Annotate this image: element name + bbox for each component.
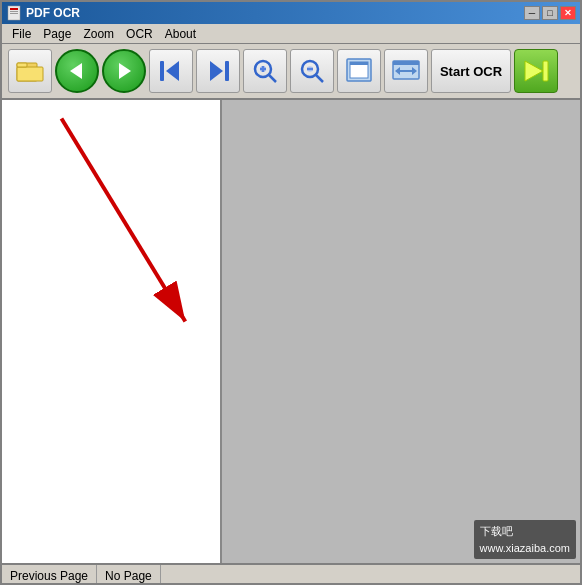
menu-file[interactable]: File bbox=[6, 25, 37, 43]
svg-marker-8 bbox=[166, 61, 179, 81]
svg-line-31 bbox=[61, 118, 185, 321]
main-content: 下载吧 www.xiazaiba.com bbox=[2, 100, 580, 563]
svg-rect-22 bbox=[350, 62, 368, 65]
status-bar: Previous Page No Page bbox=[2, 563, 580, 585]
start-ocr-label: Start OCR bbox=[440, 64, 502, 79]
next-page-button[interactable] bbox=[102, 49, 146, 93]
svg-point-19 bbox=[307, 66, 313, 72]
title-bar: PDF OCR ─ □ ✕ bbox=[2, 2, 580, 24]
maximize-button[interactable]: □ bbox=[542, 6, 558, 20]
svg-marker-10 bbox=[210, 61, 223, 81]
previous-page-status: Previous Page bbox=[2, 565, 97, 585]
menu-about[interactable]: About bbox=[159, 25, 202, 43]
window-title: PDF OCR bbox=[26, 6, 80, 20]
watermark: 下载吧 www.xiazaiba.com bbox=[474, 520, 576, 559]
svg-line-18 bbox=[316, 75, 323, 82]
fit-width-button[interactable] bbox=[384, 49, 428, 93]
ocr-result-panel: 下载吧 www.xiazaiba.com bbox=[222, 100, 580, 563]
svg-rect-29 bbox=[543, 61, 548, 81]
svg-rect-9 bbox=[225, 61, 229, 81]
menu-bar: File Page Zoom OCR About bbox=[2, 24, 580, 44]
first-page-button[interactable] bbox=[149, 49, 193, 93]
open-file-button[interactable] bbox=[8, 49, 52, 93]
minimize-button[interactable]: ─ bbox=[524, 6, 540, 20]
start-ocr-button[interactable]: Start OCR bbox=[431, 49, 511, 93]
svg-rect-6 bbox=[17, 63, 27, 67]
svg-rect-3 bbox=[10, 13, 18, 14]
menu-ocr[interactable]: OCR bbox=[120, 25, 159, 43]
svg-marker-28 bbox=[525, 61, 543, 81]
svg-rect-7 bbox=[160, 61, 164, 81]
title-bar-controls: ─ □ ✕ bbox=[524, 6, 576, 20]
fit-page-button[interactable] bbox=[337, 49, 381, 93]
menu-page[interactable]: Page bbox=[37, 25, 77, 43]
last-page-button[interactable] bbox=[196, 49, 240, 93]
no-page-status: No Page bbox=[97, 565, 161, 585]
next-arrow-button[interactable] bbox=[514, 49, 558, 93]
zoom-out-button[interactable] bbox=[290, 49, 334, 93]
watermark-line2: www.xiazaiba.com bbox=[480, 540, 570, 557]
svg-rect-1 bbox=[10, 8, 18, 10]
toolbar: Start OCR bbox=[2, 44, 580, 100]
svg-rect-2 bbox=[10, 11, 18, 12]
svg-line-14 bbox=[269, 75, 276, 82]
watermark-line1: 下载吧 bbox=[480, 523, 570, 540]
svg-rect-5 bbox=[17, 67, 43, 81]
close-button[interactable]: ✕ bbox=[560, 6, 576, 20]
svg-rect-24 bbox=[393, 61, 419, 65]
page-view-panel bbox=[2, 100, 222, 563]
annotation-arrow bbox=[2, 100, 220, 563]
zoom-in-button[interactable] bbox=[243, 49, 287, 93]
title-bar-left: PDF OCR bbox=[6, 5, 80, 21]
svg-point-15 bbox=[260, 66, 266, 72]
menu-zoom[interactable]: Zoom bbox=[77, 25, 120, 43]
prev-page-button[interactable] bbox=[55, 49, 99, 93]
app-icon bbox=[6, 5, 22, 21]
